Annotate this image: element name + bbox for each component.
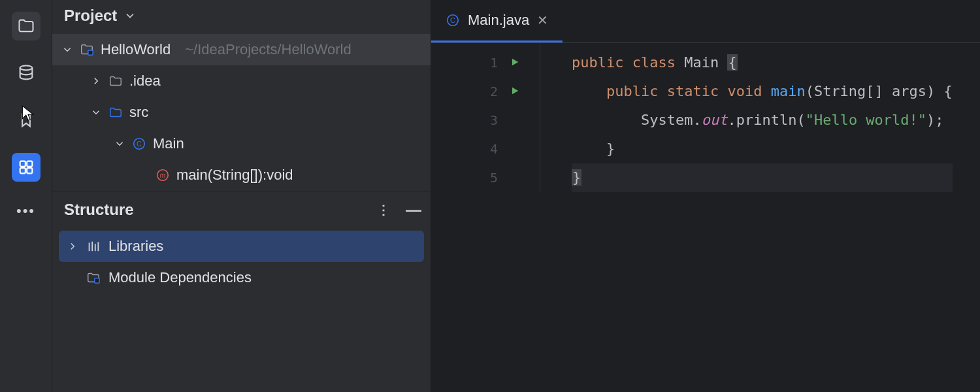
editor-tab-main[interactable]: C Main.java ✕ <box>431 0 563 42</box>
editor-tab-bar: C Main.java ✕ <box>431 0 980 43</box>
database-icon <box>17 64 35 82</box>
run-gutter-icon[interactable] <box>510 48 520 77</box>
idea-folder-label: .idea <box>129 73 161 90</box>
src-folder-node[interactable]: src <box>52 97 431 128</box>
module-folder-icon <box>80 42 94 57</box>
module-deps-icon <box>86 270 101 285</box>
project-root-label: HelloWorld <box>101 41 171 58</box>
structure-options-button[interactable]: ⋮ <box>377 202 390 218</box>
src-folder-label: src <box>129 104 148 121</box>
project-panel-title: Project <box>64 7 117 25</box>
main-class-node[interactable]: C Main <box>52 128 431 159</box>
svg-text:C: C <box>137 140 142 148</box>
bookmarks-tool-button[interactable] <box>12 106 41 135</box>
class-icon: C <box>446 13 460 27</box>
chevron-down-icon <box>114 138 125 150</box>
svg-rect-1 <box>20 161 25 167</box>
line-number: 2 <box>490 84 498 99</box>
database-tool-button[interactable] <box>12 59 41 88</box>
structure-item-module-deps[interactable]: Module Dependencies <box>59 262 424 293</box>
structure-item-label: Libraries <box>108 238 163 255</box>
idea-folder-node[interactable]: .idea <box>52 65 431 97</box>
main-method-label: main(String[]):void <box>176 167 293 184</box>
line-number: 1 <box>490 55 498 71</box>
project-panel-header[interactable]: Project <box>52 0 431 34</box>
chevron-right-icon <box>90 75 102 87</box>
structure-panel-title: Structure <box>64 201 134 219</box>
chevron-down-icon <box>61 44 73 56</box>
chevron-down-icon <box>90 106 102 118</box>
chevron-right-icon <box>67 240 78 252</box>
folder-icon <box>17 17 35 35</box>
tool-window-rail: ••• <box>0 0 52 392</box>
run-gutter-icon[interactable] <box>510 77 520 106</box>
svg-point-0 <box>20 65 32 70</box>
svg-text:C: C <box>450 16 455 24</box>
more-tool-windows-button[interactable]: ••• <box>16 203 35 220</box>
svg-rect-3 <box>20 168 25 173</box>
line-number: 4 <box>490 141 498 157</box>
main-method-node[interactable]: m main(String[]):void <box>52 159 431 191</box>
chevron-down-icon <box>123 9 137 22</box>
grid-icon <box>17 158 35 176</box>
structure-panel-header: Structure ⋮ — <box>52 191 431 225</box>
source-folder-icon <box>108 105 123 120</box>
side-panel: Project HelloWorld ~/IdeaProjects/HelloW… <box>52 0 431 392</box>
close-tab-button[interactable]: ✕ <box>537 12 548 28</box>
svg-rect-4 <box>27 168 32 173</box>
project-tree: HelloWorld ~/IdeaProjects/HelloWorld .id… <box>52 34 431 191</box>
bookmark-icon <box>17 111 35 129</box>
line-number: 3 <box>490 112 498 128</box>
folder-icon <box>108 74 123 88</box>
structure-item-libraries[interactable]: Libraries <box>59 231 424 262</box>
editor-tab-filename: Main.java <box>468 12 529 29</box>
project-root-node[interactable]: HelloWorld ~/IdeaProjects/HelloWorld <box>52 34 431 65</box>
main-class-label: Main <box>153 135 184 152</box>
svg-rect-2 <box>27 161 32 167</box>
project-tool-button[interactable] <box>12 12 41 41</box>
code-editor[interactable]: 1 2 3 4 5 public class Main { public sta… <box>431 43 980 192</box>
structure-tool-button[interactable] <box>12 153 41 182</box>
svg-text:m: m <box>160 172 165 179</box>
editor-area: C Main.java ✕ 1 2 3 4 5 public class Mai… <box>431 0 980 392</box>
structure-item-label: Module Dependencies <box>108 269 252 286</box>
line-number: 5 <box>490 170 498 186</box>
svg-rect-5 <box>88 50 93 55</box>
class-icon: C <box>132 137 146 151</box>
method-icon: m <box>155 168 170 182</box>
code-content[interactable]: public class Main { public static void m… <box>540 43 953 192</box>
structure-minimize-button[interactable]: — <box>406 201 419 219</box>
libraries-icon <box>86 239 101 253</box>
svg-rect-10 <box>95 278 99 283</box>
editor-gutter[interactable]: 1 2 3 4 5 <box>431 43 510 192</box>
structure-list: Libraries Module Dependencies <box>52 225 431 293</box>
project-root-path: ~/IdeaProjects/HelloWorld <box>185 41 351 58</box>
